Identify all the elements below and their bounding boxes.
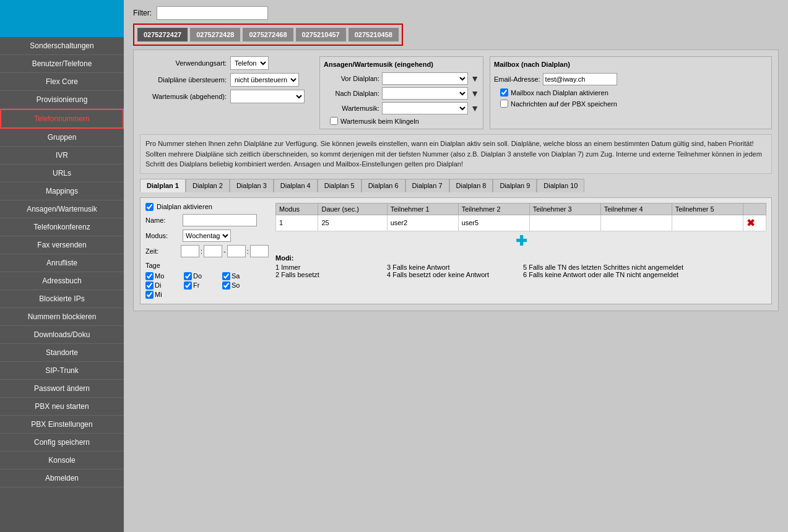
sidebar-item-config-speichern[interactable]: Config speichern bbox=[0, 434, 124, 452]
email-row: Email-Adresse: bbox=[494, 73, 768, 85]
sidebar-item-benutzer-telefone[interactable]: Benutzer/Telefone bbox=[0, 55, 124, 73]
sidebar-item-passwort--ndern[interactable]: Passwort ändern bbox=[0, 380, 124, 398]
dp-modus-select[interactable]: Wochentag bbox=[183, 230, 231, 242]
col-header-dauer--sec--: Dauer (sec.) bbox=[318, 203, 387, 215]
sidebar-item-standorte[interactable]: Standorte bbox=[0, 344, 124, 362]
info-text: Pro Nummer stehen Ihnen zehn Dialpläne z… bbox=[140, 134, 772, 174]
cell-t3 bbox=[529, 215, 600, 231]
add-row-button[interactable]: ✚ bbox=[275, 234, 766, 248]
sidebar-item-provisionierung[interactable]: Provisionierung bbox=[0, 91, 124, 109]
modi-section: Modi: 1 Immer2 Falls besetzt3 Falls kein… bbox=[275, 251, 766, 281]
sidebar-item-anrufliste[interactable]: Anrufliste bbox=[0, 254, 124, 272]
sidebar: SonderschaltungenBenutzer/TelefoneFlex C… bbox=[0, 0, 124, 532]
phone-btn-0275272427[interactable]: 0275272427 bbox=[137, 28, 188, 41]
sidebar-item-adressbuch[interactable]: Adressbuch bbox=[0, 272, 124, 290]
dialplan-tabs: Dialplan 1Dialplan 2Dialplan 3Dialplan 4… bbox=[140, 179, 772, 192]
dp-zeit-to-m[interactable]: 59 bbox=[250, 245, 269, 257]
day-checkbox-so[interactable] bbox=[222, 281, 230, 290]
dp-aktivieren-label: Dialplan aktivieren bbox=[157, 203, 212, 210]
nach-dialplan-select[interactable] bbox=[382, 87, 468, 100]
day-checkbox-fr[interactable] bbox=[184, 281, 192, 290]
mailbox-aktivieren-checkbox[interactable] bbox=[500, 88, 508, 97]
dp-name-input[interactable] bbox=[183, 214, 257, 226]
sidebar-item-abmelden[interactable]: Abmelden bbox=[0, 470, 124, 487]
day-checkbox-mo[interactable] bbox=[145, 272, 154, 280]
phone-btn-0275272428[interactable]: 0275272428 bbox=[190, 28, 240, 41]
dp-zeit-from-m[interactable]: 00 bbox=[204, 245, 222, 257]
vor-dialplan-select[interactable] bbox=[382, 72, 468, 85]
vor-dialplan-dropdown-icon[interactable]: ▼ bbox=[470, 74, 479, 84]
sidebar-item-fax-versenden[interactable]: Fax versenden bbox=[0, 236, 124, 254]
sidebar-item-ansagen-wartemusik[interactable]: Ansagen/Wartemusik bbox=[0, 200, 124, 218]
sidebar-item-ivr[interactable]: IVR bbox=[0, 147, 124, 165]
sidebar-item-blockierte-ips[interactable]: Blockierte IPs bbox=[0, 290, 124, 308]
tab-dialplan-4[interactable]: Dialplan 4 bbox=[274, 179, 318, 192]
tab-dialplan-5[interactable]: Dialplan 5 bbox=[318, 179, 362, 192]
sidebar-header bbox=[0, 0, 124, 37]
tab-dialplan-3[interactable]: Dialplan 3 bbox=[230, 179, 274, 192]
ansagen-section: Ansagen/Wartemusik (eingehend) Vor Dialp… bbox=[319, 56, 483, 129]
phone-btn-0275210457[interactable]: 0275210457 bbox=[296, 28, 346, 41]
sidebar-item-flex-core[interactable]: Flex Core bbox=[0, 73, 124, 91]
day-checkbox-do[interactable] bbox=[184, 272, 192, 280]
sidebar-item-telefonnummern[interactable]: Telefonnummern bbox=[0, 109, 124, 129]
phone-btn-0275210458[interactable]: 0275210458 bbox=[349, 28, 399, 41]
filter-bar: Filter: bbox=[133, 6, 779, 20]
tab-dialplan-1[interactable]: Dialplan 1 bbox=[140, 179, 186, 192]
dp-modus-row: Modus: Wochentag bbox=[145, 230, 269, 242]
day-check-fr: Fr bbox=[184, 281, 221, 290]
dp-zeit-to-h[interactable]: 23 bbox=[227, 245, 246, 257]
email-input[interactable] bbox=[543, 73, 617, 85]
sidebar-item-mappings[interactable]: Mappings bbox=[0, 182, 124, 200]
wartemusik-klingeln-checkbox[interactable] bbox=[330, 117, 338, 125]
sidebar-item-sip-trunk[interactable]: SIP-Trunk bbox=[0, 362, 124, 380]
day-check-do: Do bbox=[184, 272, 221, 280]
nach-dialplan-dropdown-icon[interactable]: ▼ bbox=[470, 88, 479, 98]
delete-row-button[interactable]: ✖ bbox=[747, 217, 755, 229]
day-label-di: Di bbox=[155, 281, 161, 289]
modi-col-1: 1 Immer2 Falls besetzt bbox=[275, 264, 387, 278]
sidebar-item-telefonkonferenz[interactable]: Telefonkonferenz bbox=[0, 218, 124, 236]
cell-t5 bbox=[672, 215, 743, 231]
day-checkbox-di[interactable] bbox=[145, 281, 154, 290]
tab-dialplan-6[interactable]: Dialplan 6 bbox=[362, 179, 405, 192]
tab-dialplan-10[interactable]: Dialplan 10 bbox=[537, 179, 584, 192]
table-body: 125user2user5✖ bbox=[276, 215, 766, 231]
nachrichten-pbx-checkbox[interactable] bbox=[500, 100, 508, 108]
wartemusik-dropdown-icon[interactable]: ▼ bbox=[470, 103, 479, 113]
tab-dialplan-2[interactable]: Dialplan 2 bbox=[186, 179, 230, 192]
day-checkbox-mi[interactable] bbox=[145, 291, 154, 299]
dialplaene-select[interactable]: nicht übersteuern bbox=[230, 73, 299, 87]
tab-dialplan-7[interactable]: Dialplan 7 bbox=[405, 179, 449, 192]
tage-label: Tage bbox=[145, 262, 269, 269]
tab-dialplan-8[interactable]: Dialplan 8 bbox=[449, 179, 493, 192]
wartemusik-eingehend-select[interactable] bbox=[382, 102, 468, 114]
mailbox-aktivieren-row: Mailbox nach Dialplan aktivieren bbox=[500, 88, 768, 97]
wartemusik-select[interactable] bbox=[230, 90, 305, 103]
tab-dialplan-9[interactable]: Dialplan 9 bbox=[493, 179, 537, 192]
sidebar-item-pbx-einstellungen[interactable]: PBX Einstellungen bbox=[0, 416, 124, 434]
dialplaene-label: Dialpläne übersteuern: bbox=[140, 76, 227, 84]
sidebar-item-downloads-doku[interactable]: Downloads/Doku bbox=[0, 326, 124, 344]
verwendungsart-select[interactable]: Telefon bbox=[230, 56, 269, 70]
sidebar-item-konsole[interactable]: Konsole bbox=[0, 452, 124, 470]
nachrichten-pbx-row: Nachrichten auf der PBX speichern bbox=[500, 100, 768, 108]
sidebar-item-nummern-blockieren[interactable]: Nummern blockieren bbox=[0, 308, 124, 326]
ansagen-title: Ansagen/Wartemusik (eingehend) bbox=[324, 61, 479, 68]
wartemusik-eingehend-row: Wartemusik: ▼ bbox=[324, 102, 479, 114]
dp-zeit-from-h[interactable]: 00 bbox=[181, 245, 199, 257]
sidebar-item-sonderschaltungen[interactable]: Sonderschaltungen bbox=[0, 37, 124, 55]
left-config: Verwendungsart: Telefon Dialpläne überst… bbox=[140, 56, 313, 129]
phone-btn-0275272468[interactable]: 0275272468 bbox=[243, 28, 293, 41]
sidebar-item-pbx-neu-starten[interactable]: PBX neu starten bbox=[0, 398, 124, 416]
wartemusik-row: Wartemusik (abgehend): bbox=[140, 90, 313, 103]
modi-col-2: 3 Falls keine Antwort4 Falls besetzt ode… bbox=[387, 264, 523, 278]
col-header-teilnehmer-4: Teilnehmer 4 bbox=[600, 203, 672, 215]
dp-aktivieren-checkbox[interactable] bbox=[145, 203, 154, 211]
filter-input[interactable] bbox=[157, 6, 268, 20]
sidebar-item-gruppen[interactable]: Gruppen bbox=[0, 129, 124, 147]
sidebar-item-urls[interactable]: URLs bbox=[0, 165, 124, 182]
day-checkbox-sa[interactable] bbox=[222, 272, 230, 280]
table-header-row: ModusDauer (sec.)Teilnehmer 1Teilnehmer … bbox=[276, 203, 766, 215]
col-header-delete bbox=[743, 203, 766, 215]
